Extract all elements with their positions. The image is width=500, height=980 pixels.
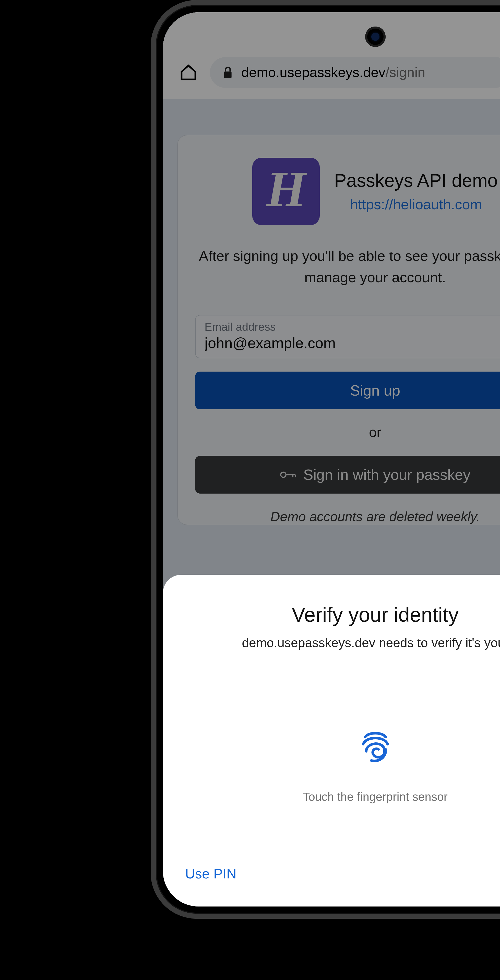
sheet-subtitle: demo.usepasskeys.dev needs to verify it'… — [183, 635, 500, 650]
front-camera — [365, 27, 385, 47]
biometric-sheet: Verify your identity demo.usepasskeys.de… — [163, 575, 500, 907]
fingerprint-hint: Touch the fingerprint sensor — [303, 790, 448, 804]
fingerprint-icon[interactable] — [359, 729, 391, 764]
phone-frame: demo.usepasskeys.dev/signin 1 — [150, 0, 500, 919]
sheet-title: Verify your identity — [183, 603, 500, 626]
use-pin-button[interactable]: Use PIN — [183, 862, 238, 886]
